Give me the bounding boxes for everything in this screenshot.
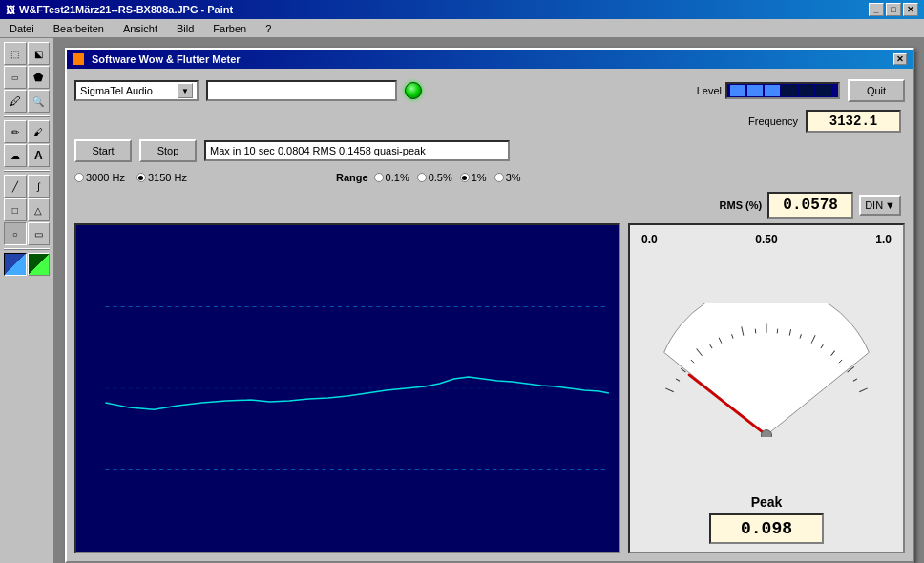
eyedropper-tool[interactable]: 🖊: [4, 90, 27, 113]
quit-button[interactable]: Quit: [848, 79, 905, 102]
wf-close-button[interactable]: ✕: [893, 53, 907, 65]
freq-3000-label: 3000 Hz: [86, 172, 125, 183]
range-05-label: 0.5%: [429, 172, 452, 183]
range-1-radio[interactable]: 1%: [460, 172, 487, 183]
freq-3150-radio[interactable]: 3150 Hz: [136, 172, 187, 183]
tool-row-6: ╱ ∫: [4, 175, 50, 198]
paint-titlebar: 🖼 W&FTest21März21--RS-BX808a.JPG - Paint…: [0, 0, 924, 19]
din-selector[interactable]: DIN ▼: [859, 195, 901, 216]
stop-button[interactable]: Stop: [139, 139, 197, 162]
device-name: SigmaTel Audio: [80, 85, 153, 96]
gauge-container: 0.0 0.50 1.0: [628, 223, 905, 553]
ellipse-tool[interactable]: ○: [4, 222, 27, 245]
menu-ansicht[interactable]: Ansicht: [117, 22, 163, 35]
menu-bearbeiten[interactable]: Bearbeiten: [48, 22, 110, 35]
polygon-tool[interactable]: △: [28, 198, 51, 221]
range-label: Range: [336, 172, 368, 183]
wf-titlebar-icon: [73, 53, 84, 65]
start-button[interactable]: Start: [74, 139, 132, 162]
tool-row-4: ✏ 🖌: [4, 120, 50, 143]
paint-title: W&FTest21März21--RS-BX808a.JPG - Paint: [19, 4, 233, 15]
frequency-display: 3132.1: [806, 110, 901, 133]
text-tool[interactable]: A: [28, 144, 51, 167]
close-button[interactable]: ✕: [903, 3, 918, 16]
peak-label: Peak: [751, 494, 783, 510]
select-free-tool[interactable]: ⬕: [28, 42, 51, 65]
tool-row-5: ☁ A: [4, 144, 50, 167]
wf-freq-row: 3000 Hz 3150 Hz: [74, 168, 187, 187]
paint-main: ⬚ ⬕ ▭ ⬟ 🖊 🔍 ✏ 🖌 ☁ A ╱ ∫: [0, 38, 924, 563]
rect-tool[interactable]: □: [4, 198, 27, 221]
level-seg-2: [747, 85, 763, 96]
tool-row-9: [4, 253, 50, 276]
wf-controls-row: 3000 Hz 3150 Hz Range: [74, 168, 905, 187]
toolbar: ⬚ ⬕ ▭ ⬟ 🖊 🔍 ✏ 🖌 ☁ A ╱ ∫: [0, 38, 55, 563]
rms-value: 0.0578: [783, 197, 838, 214]
svg-line-15: [859, 388, 867, 392]
wf-freq-display-row: Frequency 3132.1: [745, 109, 905, 134]
pencil-tool[interactable]: ✏: [4, 120, 27, 143]
freq-3150-label: 3150 Hz: [148, 172, 187, 183]
gauge-left-label: 0.0: [641, 233, 658, 246]
rms-label: RMS (%): [720, 199, 763, 211]
wf-meter-window: Software Wow & Flutter Meter ✕ SigmaTel …: [65, 48, 914, 563]
device-dropdown-arrow[interactable]: ▼: [178, 83, 193, 98]
titlebar-buttons: _ □ ✕: [869, 3, 918, 16]
peak-value: 0.098: [741, 519, 792, 538]
toolbar-divider-1: [4, 115, 50, 117]
menu-datei[interactable]: Datei: [4, 22, 40, 35]
line-tool[interactable]: ╱: [4, 175, 27, 198]
tool-row-2: ▭ ⬟: [4, 66, 50, 89]
color-tool-2[interactable]: [28, 253, 51, 276]
menu-bild[interactable]: Bild: [171, 22, 200, 35]
status-text: Max in 10 sec 0.0804 RMS 0.1458 quasi-pe…: [210, 145, 426, 156]
airbrush-tool[interactable]: ☁: [4, 144, 27, 167]
range-1-label: 1%: [472, 172, 487, 183]
color-tool-1[interactable]: [4, 253, 27, 276]
minimize-button[interactable]: _: [869, 3, 884, 16]
select-rect-tool[interactable]: ⬚: [4, 42, 27, 65]
range-01-label: 0.1%: [386, 172, 410, 183]
paint-window: 🖼 W&FTest21März21--RS-BX808a.JPG - Paint…: [0, 0, 924, 563]
level-seg-6: [816, 85, 831, 96]
wf-title-left: Software Wow & Flutter Meter: [73, 53, 241, 65]
menu-help[interactable]: ?: [260, 22, 277, 35]
stop-label: Stop: [158, 145, 179, 156]
din-arrow: ▼: [885, 199, 895, 211]
fill-tool[interactable]: ⬟: [28, 66, 51, 89]
svg-line-25: [853, 379, 857, 381]
maximize-button[interactable]: □: [886, 3, 901, 16]
wf-top-row: SigmaTel Audio ▼ Level: [74, 76, 905, 105]
range-3-label: 3%: [506, 172, 521, 183]
svg-line-16: [676, 379, 680, 381]
brush-tool[interactable]: 🖌: [28, 120, 51, 143]
range-1-circle: [460, 173, 470, 182]
peak-display: 0.098: [709, 513, 824, 544]
tool-row-1: ⬚ ⬕: [4, 42, 50, 65]
range-01-radio[interactable]: 0.1%: [374, 172, 410, 183]
progress-bar: [206, 80, 397, 101]
quit-label: Quit: [867, 85, 886, 96]
canvas-area: Software Wow & Flutter Meter ✕ SigmaTel …: [55, 38, 924, 563]
freq-3000-radio[interactable]: 3000 Hz: [74, 172, 125, 183]
eraser-tool[interactable]: ▭: [4, 66, 27, 89]
tool-row-8: ○ ▭: [4, 222, 50, 245]
graph-container: 1.00 -1.00 0 125 Samples Deviation: [74, 223, 620, 553]
wf-third-row: Start Stop Max in 10 sec 0.0804 RMS 0.14…: [74, 137, 905, 164]
led-indicator: [405, 82, 422, 99]
device-selector[interactable]: SigmaTel Audio ▼: [74, 80, 199, 101]
paint-titlebar-left: 🖼 W&FTest21März21--RS-BX808a.JPG - Paint: [6, 4, 233, 15]
range-3-radio[interactable]: 3%: [494, 172, 521, 183]
freq-3150-radio-circle: [136, 173, 146, 182]
range-05-radio[interactable]: 0.5%: [417, 172, 452, 183]
gauge-svg: [642, 303, 891, 437]
toolbar-divider-2: [4, 170, 50, 172]
wf-title-text: Software Wow & Flutter Meter: [92, 53, 241, 65]
curve-tool[interactable]: ∫: [28, 175, 51, 198]
level-seg-3: [765, 85, 780, 96]
round-rect-tool[interactable]: ▭: [28, 222, 51, 245]
frequency-value: 3132.1: [830, 114, 877, 129]
zoom-tool[interactable]: 🔍: [28, 90, 51, 113]
gauge-svg-container: [634, 246, 899, 494]
menu-farben[interactable]: Farben: [207, 22, 252, 35]
